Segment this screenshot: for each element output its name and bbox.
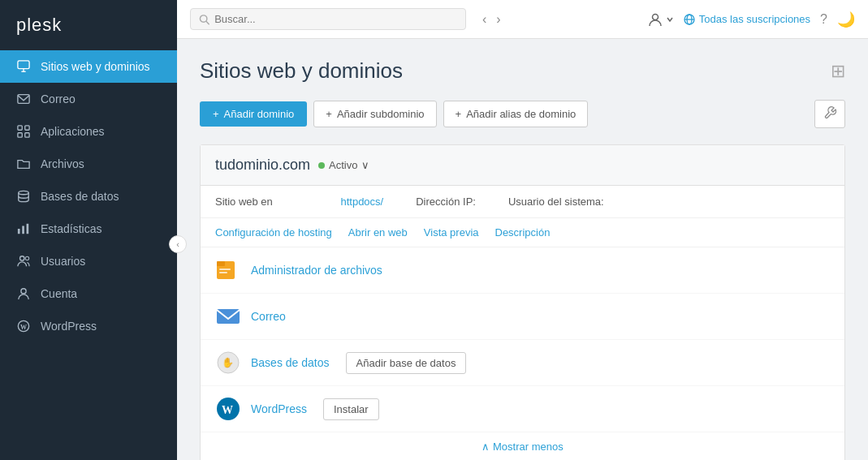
chart-icon [16, 221, 31, 236]
add-alias-button[interactable]: + Añadir alias de dominio [443, 101, 589, 127]
sidebar-item-users[interactable]: Usuarios [0, 245, 177, 277]
plus-icon-alias: + [456, 108, 462, 120]
sidebar-collapse-btn[interactable]: ‹ [169, 235, 187, 253]
svg-text:✋: ✋ [222, 356, 234, 368]
svg-rect-5 [25, 126, 29, 130]
sidebar-item-databases[interactable]: Bases de datos [0, 180, 177, 213]
svg-point-14 [21, 289, 26, 294]
user-menu[interactable] [648, 12, 674, 27]
add-domain-button[interactable]: + Añadir dominio [200, 101, 307, 127]
open-web-link[interactable]: Abrir en web [348, 226, 408, 239]
domain-card: tudominio.com Activo ∨ Sitio web en http… [200, 144, 845, 460]
sidebar-item-sites[interactable]: Sitios web y dominios [0, 50, 177, 83]
hosting-config-link[interactable]: Configuración de hosting [215, 226, 332, 239]
wrench-icon [823, 106, 836, 119]
main-content: ‹ › Todas las suscripciones [177, 0, 868, 460]
sidebar-item-mail[interactable]: Correo [0, 83, 177, 115]
status-chevron: ∨ [361, 159, 369, 171]
install-wordpress-button[interactable]: Instalar [323, 398, 379, 420]
webroot-link[interactable]: httpdocs/ [340, 196, 383, 208]
page-header: Sitios web y dominios ⊞ [200, 58, 845, 84]
sidebar-item-databases-label: Bases de datos [41, 190, 119, 203]
domain-info: Sitio web en httpdocs/ Dirección IP: Usu… [201, 186, 844, 218]
plus-icon-subdomain: + [326, 108, 332, 120]
search-box[interactable] [190, 8, 466, 30]
help-btn[interactable]: ? [820, 12, 827, 27]
svg-point-19 [652, 14, 658, 19]
folder-icon [16, 157, 31, 171]
files-feature-icon [215, 257, 241, 283]
action-buttons: + Añadir dominio + Añadir subdominio + A… [200, 100, 845, 128]
svg-rect-10 [22, 226, 24, 234]
collapse-toggle[interactable]: ∧ Mostrar menos [201, 432, 844, 460]
feature-wordpress-row: W WordPress Instalar [201, 386, 844, 432]
search-input[interactable] [214, 13, 457, 25]
sidebar-nav: Sitios web y dominios Correo [0, 50, 177, 460]
add-database-button[interactable]: Añadir base de datos [346, 352, 467, 374]
user-avatar-icon [648, 12, 663, 27]
status-dot [318, 162, 325, 169]
sidebar-item-account-label: Cuenta [41, 287, 77, 300]
description-link[interactable]: Descripción [495, 226, 551, 239]
domain-header: tudominio.com Activo ∨ [201, 145, 844, 186]
svg-rect-3 [18, 95, 29, 104]
database-icon [16, 189, 31, 204]
status-label: Activo [329, 159, 357, 171]
svg-text:W: W [222, 404, 233, 416]
svg-point-12 [20, 256, 24, 260]
globe-icon [16, 59, 31, 74]
nav-back-btn[interactable]: ‹ [479, 11, 490, 28]
sidebar-item-stats-label: Estadísticas [41, 222, 101, 235]
wp-feature-icon: W [215, 396, 241, 422]
person-icon [16, 286, 31, 301]
svg-rect-26 [219, 272, 227, 273]
mail-feature-link[interactable]: Correo [251, 310, 286, 323]
svg-rect-0 [18, 61, 29, 69]
svg-rect-25 [219, 269, 231, 270]
svg-text:W: W [20, 324, 27, 331]
databases-feature-link[interactable]: Bases de datos [251, 356, 330, 369]
svg-rect-6 [18, 133, 22, 137]
content-area: Sitios web y dominios ⊞ + Añadir dominio… [177, 39, 868, 460]
feature-files-row: Administrador de archivos [201, 247, 844, 294]
theme-toggle-btn[interactable]: 🌙 [837, 11, 855, 28]
svg-rect-27 [217, 309, 240, 324]
add-subdomain-button[interactable]: + Añadir subdominio [313, 101, 436, 127]
users-icon [16, 254, 31, 269]
sidebar-item-account[interactable]: Cuenta [0, 277, 177, 310]
sidebar-item-apps-label: Aplicaciones [41, 125, 105, 138]
grid-icon [16, 124, 31, 139]
sidebar-item-sites-label: Sitios web y dominios [41, 60, 150, 73]
sidebar: plesk Sitios web y dominios [0, 0, 177, 460]
sysuser-label: Usuario del sistema: [508, 196, 604, 208]
sidebar-item-mail-label: Correo [41, 92, 76, 105]
app-logo: plesk [0, 0, 177, 50]
sidebar-item-wordpress[interactable]: W WordPress [0, 310, 177, 342]
topbar-right: Todas las suscripciones ? 🌙 [648, 11, 855, 28]
layout-toggle-btn[interactable]: ⊞ [831, 61, 845, 82]
databases-feature-icon: ✋ [215, 350, 241, 376]
subscriptions-btn[interactable]: Todas las suscripciones [684, 13, 810, 25]
preview-link[interactable]: Vista previa [424, 226, 479, 239]
sidebar-item-apps[interactable]: Aplicaciones [0, 115, 177, 148]
nav-fwd-btn[interactable]: › [493, 11, 503, 28]
ip-label: Dirección IP: [416, 196, 476, 208]
sidebar-item-wordpress-label: WordPress [41, 320, 97, 333]
wp-icon: W [16, 319, 31, 333]
feature-databases-row: ✋ Bases de datos Añadir base de datos [201, 340, 844, 386]
svg-point-8 [19, 191, 28, 194]
nav-arrows: ‹ › [479, 11, 504, 28]
topbar: ‹ › Todas las suscripciones [177, 0, 868, 39]
wordpress-feature-link[interactable]: WordPress [251, 402, 307, 415]
sidebar-item-files[interactable]: Archivos [0, 148, 177, 180]
status-badge[interactable]: Activo ∨ [318, 159, 369, 171]
svg-rect-9 [18, 229, 20, 234]
files-feature-link[interactable]: Administrador de archivos [251, 264, 382, 277]
svg-rect-11 [27, 224, 29, 234]
tools-button[interactable] [814, 100, 845, 128]
mail-feature-icon [215, 303, 241, 329]
svg-rect-7 [25, 133, 29, 137]
sidebar-item-users-label: Usuarios [41, 255, 85, 268]
sidebar-item-stats[interactable]: Estadísticas [0, 213, 177, 245]
subscriptions-label: Todas las suscripciones [699, 13, 810, 25]
